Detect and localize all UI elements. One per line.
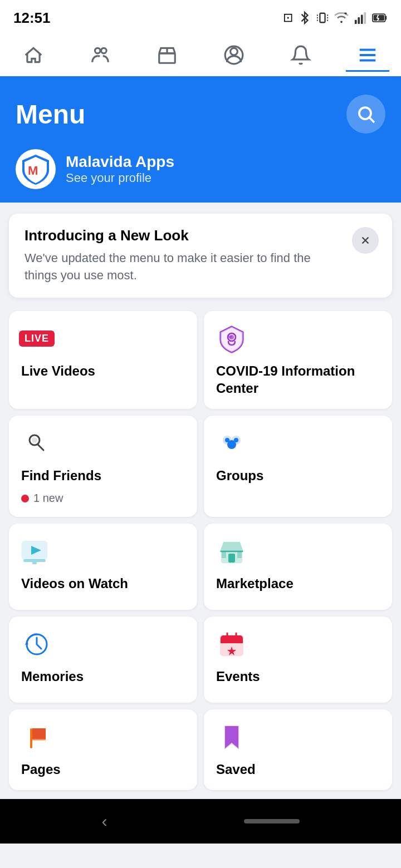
svg-rect-19 — [159, 53, 175, 62]
notice-description: We've updated the menu to make it easier… — [25, 250, 343, 284]
svg-point-18 — [101, 48, 107, 53]
find-friends-icon — [21, 428, 52, 459]
bluetooth-icon — [299, 10, 311, 26]
red-dot — [21, 495, 29, 502]
find-friends-label: Find Friends — [21, 467, 186, 484]
pages-label: Pages — [21, 761, 186, 778]
groups-label: Groups — [216, 467, 381, 484]
memories-icon — [21, 629, 52, 660]
menu-item-find-friends[interactable]: Find Friends 1 new — [9, 416, 197, 517]
svg-rect-10 — [364, 12, 366, 24]
svg-rect-49 — [222, 551, 226, 558]
notice-close-button[interactable] — [352, 227, 379, 254]
svg-rect-8 — [358, 17, 360, 24]
notification-status-icon: ⊡ — [283, 11, 293, 25]
covid19-icon — [216, 323, 247, 354]
marketplace-icon — [216, 536, 247, 567]
home-indicator[interactable] — [244, 819, 300, 823]
avatar: M — [16, 149, 56, 189]
svg-rect-60 — [30, 738, 46, 741]
menu-title: Menu — [16, 99, 85, 130]
status-bar: 12:51 ⊡ — [0, 0, 401, 33]
events-label: Events — [216, 668, 381, 685]
menu-item-covid19[interactable]: COVID-19 Information Center — [204, 311, 392, 409]
bottom-bar: ‹ — [0, 799, 401, 844]
nav-marketplace[interactable] — [145, 40, 189, 70]
svg-rect-12 — [385, 16, 387, 20]
live-videos-label: Live Videos — [21, 362, 186, 379]
watch-icon — [21, 536, 52, 567]
signal-icon — [354, 11, 366, 25]
profile-row[interactable]: M Malavida Apps See your profile — [16, 149, 385, 189]
notice-banner: Introducing a New Look We've updated the… — [0, 214, 401, 298]
svg-rect-9 — [361, 15, 363, 24]
notice-title: Introducing a New Look — [25, 227, 343, 244]
wifi-icon — [334, 12, 349, 24]
svg-rect-0 — [320, 13, 325, 23]
menu-item-videos-on-watch[interactable]: Videos on Watch — [9, 524, 197, 610]
vibrate-icon — [316, 10, 329, 26]
nav-friends[interactable] — [79, 40, 122, 70]
saved-label: Saved — [216, 761, 381, 778]
svg-point-22 — [231, 48, 238, 55]
svg-rect-50 — [237, 551, 242, 558]
svg-rect-7 — [355, 20, 357, 24]
menu-item-saved[interactable]: Saved — [204, 709, 392, 790]
nav-home[interactable] — [12, 40, 55, 70]
memories-label: Memories — [21, 668, 186, 685]
profile-info: Malavida Apps See your profile — [66, 153, 174, 185]
live-videos-icon: LIVE — [21, 323, 52, 354]
live-badge: LIVE — [19, 331, 55, 347]
notice-inner: Introducing a New Look We've updated the… — [9, 214, 392, 298]
menu-grid: LIVE Live Videos COVID-19 Information Ce… — [0, 309, 401, 800]
status-time: 12:51 — [13, 9, 51, 27]
svg-line-34 — [38, 445, 44, 450]
menu-item-groups[interactable]: Groups — [204, 416, 392, 517]
search-button[interactable] — [346, 95, 385, 134]
menu-item-memories[interactable]: Memories — [9, 617, 197, 703]
svg-text:M: M — [28, 164, 38, 177]
covid19-label: COVID-19 Information Center — [216, 362, 381, 397]
notice-text: Introducing a New Look We've updated the… — [25, 227, 343, 284]
find-friends-sub: 1 new — [21, 492, 186, 505]
svg-point-40 — [234, 438, 238, 442]
saved-icon — [216, 722, 247, 753]
menu-item-live-videos[interactable]: LIVE Live Videos — [9, 311, 197, 409]
watch-label: Videos on Watch — [21, 575, 186, 592]
svg-point-17 — [95, 48, 101, 53]
profile-name: Malavida Apps — [66, 153, 174, 171]
svg-point-35 — [32, 437, 37, 443]
svg-point-39 — [225, 438, 229, 442]
svg-point-27 — [359, 107, 371, 119]
svg-rect-45 — [32, 562, 37, 564]
groups-icon — [216, 428, 247, 459]
svg-line-28 — [370, 118, 374, 122]
nav-menu[interactable] — [346, 40, 389, 72]
nav-profile[interactable] — [212, 40, 256, 70]
profile-sub: See your profile — [66, 171, 174, 185]
find-friends-count: 1 new — [33, 492, 63, 505]
battery-icon — [372, 12, 388, 23]
menu-item-marketplace[interactable]: Marketplace — [204, 524, 392, 610]
nav-notifications[interactable] — [279, 40, 322, 70]
status-icons: ⊡ — [283, 10, 388, 26]
back-button[interactable]: ‹ — [102, 812, 107, 831]
svg-point-41 — [229, 442, 234, 447]
menu-item-events[interactable]: Events — [204, 617, 392, 703]
menu-header: Menu M Malavida Apps See your profile — [0, 78, 401, 203]
svg-rect-47 — [228, 554, 235, 563]
nav-bar — [0, 33, 401, 78]
events-icon — [216, 629, 247, 660]
svg-rect-55 — [221, 640, 243, 643]
pages-icon — [21, 722, 52, 753]
menu-item-pages[interactable]: Pages — [9, 709, 197, 790]
marketplace-label: Marketplace — [216, 575, 381, 592]
svg-rect-44 — [23, 559, 46, 562]
